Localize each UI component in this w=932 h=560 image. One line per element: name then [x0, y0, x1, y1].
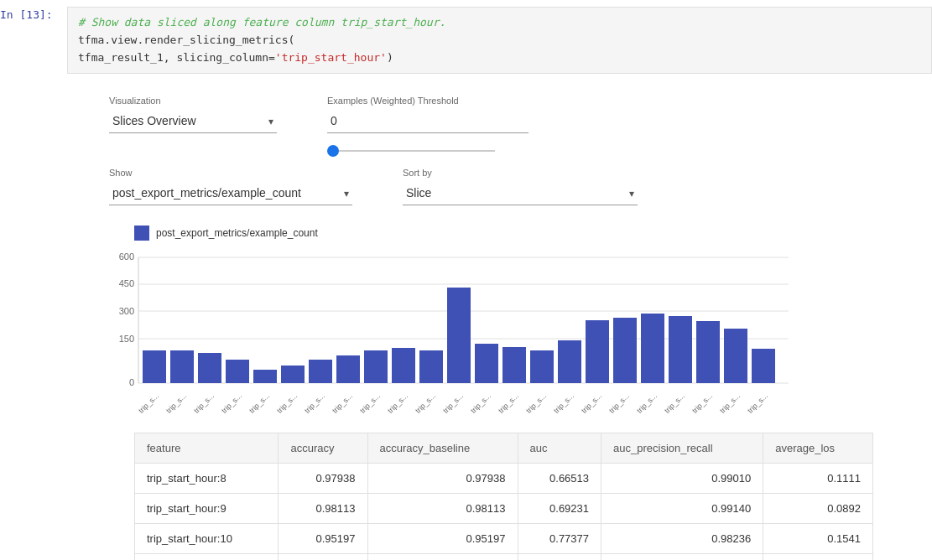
svg-text:trip_s...: trip_s... [635, 391, 659, 415]
bar-22 [752, 349, 775, 383]
table-cell-1: 0.98113 [279, 494, 367, 524]
show-select[interactable]: post_export_metrics/example_count [109, 181, 352, 205]
code-line-1: # Show data sliced along feature column … [78, 14, 921, 32]
bar-14 [530, 350, 554, 383]
table-cell-2: 0.94180 [367, 554, 518, 560]
svg-text:300: 300 [119, 306, 134, 316]
bar-8 [364, 350, 388, 383]
table-cell-4: 0.98236 [601, 524, 763, 554]
svg-text:trip_s...: trip_s... [220, 391, 243, 415]
bar-17 [613, 318, 637, 383]
svg-text:trip_s...: trip_s... [164, 391, 188, 415]
code-line3-pre: tfma_result_1, slicing_column= [78, 51, 275, 64]
svg-text:trip_s...: trip_s... [247, 391, 271, 415]
bar-20 [696, 321, 720, 383]
table-row: trip_start_hour:90.981130.981130.692310.… [135, 494, 873, 524]
code-cell: In [13]: # Show data sliced along featur… [0, 0, 932, 80]
svg-text:trip_s...: trip_s... [524, 391, 548, 415]
table-cell-2: 0.95197 [367, 524, 518, 554]
bar-19 [669, 316, 692, 383]
sort-select-wrapper: Slice ▾ [403, 181, 638, 205]
svg-text:trip_s...: trip_s... [497, 391, 520, 415]
threshold-input[interactable] [327, 109, 528, 133]
col-accuracy-baseline: accuracy_baseline [367, 433, 518, 464]
table-cell-5: 0.1901 [763, 554, 873, 560]
show-control-group: Show post_export_metrics/example_count ▾ [109, 168, 352, 205]
table-cell-4: 0.99010 [601, 464, 763, 494]
legend-swatch [134, 226, 149, 241]
code-func: tfma.view.render_slicing_metrics( [78, 34, 294, 46]
table-cell-2: 0.98113 [367, 494, 518, 524]
bar-13 [502, 347, 526, 383]
data-table: feature accuracy accuracy_baseline auc a… [134, 433, 873, 560]
svg-text:trip_s...: trip_s... [580, 391, 603, 415]
table-cell-5: 0.1541 [763, 524, 873, 554]
svg-text:trip_s...: trip_s... [137, 391, 160, 415]
threshold-slider[interactable] [327, 150, 495, 152]
svg-text:trip_s...: trip_s... [192, 391, 216, 415]
visualization-control-group: Visualization Slices Overview ▾ [109, 96, 277, 133]
table-row: trip_start_hour:100.951970.951970.773770… [135, 524, 873, 554]
bar-1 [170, 350, 194, 383]
threshold-slider-container [327, 142, 495, 154]
svg-text:150: 150 [119, 334, 134, 344]
table-cell-1: 0.95197 [279, 524, 367, 554]
bar-9 [392, 348, 415, 383]
table-cell-0: trip_start_hour:10 [135, 524, 279, 554]
bar-0 [143, 350, 166, 383]
svg-text:trip_s...: trip_s... [275, 391, 299, 415]
svg-text:trip_s...: trip_s... [331, 391, 354, 415]
bar-6 [309, 360, 332, 383]
svg-text:trip_s...: trip_s... [690, 391, 714, 415]
bar-3 [226, 360, 249, 383]
bar-18 [641, 314, 664, 383]
svg-text:trip_s...: trip_s... [414, 391, 437, 415]
sort-control-group: Sort by Slice ▾ [403, 168, 638, 205]
svg-text:trip_s...: trip_s... [386, 391, 409, 415]
svg-text:trip_s...: trip_s... [718, 391, 742, 415]
legend-label: post_export_metrics/example_count [156, 227, 318, 239]
code-line3-post: ) [387, 51, 393, 64]
table-cell-3: 0.69231 [518, 494, 601, 524]
code-line-3: tfma_result_1, slicing_column='trip_star… [78, 49, 921, 67]
bar-chart: 600 450 300 150 0 [109, 249, 797, 417]
bar-21 [724, 329, 747, 383]
code-line3-string: 'trip_start_hour' [275, 51, 387, 64]
show-label: Show [109, 168, 352, 178]
chart-svg-container: 600 450 300 150 0 [109, 249, 898, 419]
table-cell-0: trip_start_hour:1 [135, 554, 279, 560]
sort-select[interactable]: Slice [403, 181, 638, 205]
table-cell-3: 0.66513 [518, 464, 601, 494]
table-row: trip_start_hour:80.979380.979380.665130.… [135, 464, 873, 494]
bar-2 [198, 353, 221, 383]
visualization-select[interactable]: Slices Overview [109, 109, 277, 133]
svg-text:450: 450 [119, 278, 134, 288]
svg-text:0: 0 [129, 377, 134, 387]
svg-text:trip_s...: trip_s... [358, 391, 382, 415]
bar-4 [253, 370, 277, 383]
widget-area: Visualization Slices Overview ▾ Examples… [0, 87, 932, 560]
sort-label: Sort by [403, 168, 638, 178]
table-cell-1: 0.94180 [279, 554, 367, 560]
table-cell-3: 0.77377 [518, 524, 601, 554]
bar-16 [586, 320, 609, 383]
controls-bottom: Show post_export_metrics/example_count ▾… [109, 168, 898, 205]
code-line-2: tfma.view.render_slicing_metrics( [78, 32, 921, 49]
table-cell-0: trip_start_hour:9 [135, 494, 279, 524]
svg-text:trip_s...: trip_s... [303, 391, 326, 415]
threshold-label: Examples (Weighted) Threshold [327, 96, 528, 106]
table-cell-0: trip_start_hour:8 [135, 464, 279, 494]
col-auc-precision-recall: auc_precision_recall [601, 433, 763, 464]
svg-text:trip_s...: trip_s... [552, 391, 575, 415]
controls-top: Visualization Slices Overview ▾ Examples… [109, 96, 898, 154]
svg-text:trip_s...: trip_s... [441, 391, 465, 415]
visualization-label: Visualization [109, 96, 277, 106]
table-cell-5: 0.1111 [763, 464, 873, 494]
bar-10 [419, 350, 443, 383]
threshold-control-group: Examples (Weighted) Threshold [327, 96, 528, 154]
table-cell-2: 0.97938 [367, 464, 518, 494]
col-auc: auc [518, 433, 601, 464]
svg-text:trip_s...: trip_s... [663, 391, 686, 415]
table-cell-5: 0.0892 [763, 494, 873, 524]
table-header-row: feature accuracy accuracy_baseline auc a… [135, 433, 873, 464]
